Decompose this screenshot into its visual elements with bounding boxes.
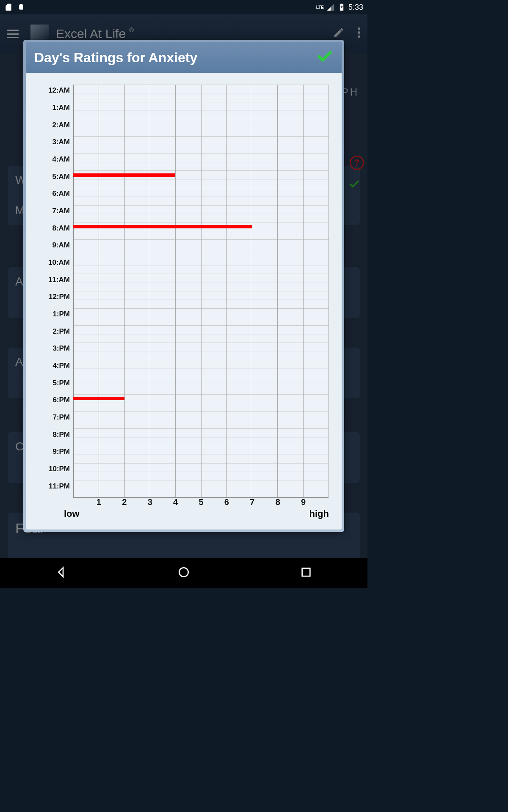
x-tick-label: 6 — [224, 497, 229, 507]
y-tick-label: 5:PM — [39, 379, 70, 387]
x-tick-label: 7 — [250, 497, 254, 507]
help-icon[interactable]: ? — [350, 156, 364, 170]
svg-point-3 — [358, 31, 360, 34]
check-icon[interactable] — [348, 178, 361, 192]
y-tick-label: 10:PM — [39, 465, 70, 473]
x-tick-label: 2 — [122, 497, 127, 507]
x-tick-label: 4 — [173, 497, 178, 507]
system-nav-bar — [0, 558, 367, 588]
x-tick-label: 3 — [148, 497, 152, 507]
x-tick-label: 8 — [276, 497, 280, 507]
y-tick-label: 6:AM — [39, 189, 70, 198]
rating-bar — [73, 225, 252, 228]
clock-text: 5:33 — [348, 3, 363, 12]
edit-icon[interactable] — [333, 27, 345, 41]
plot-area — [73, 85, 329, 497]
x-label-high: high — [309, 508, 329, 519]
android-debug-icon — [17, 3, 25, 11]
svg-point-4 — [358, 35, 360, 38]
app-title: Excel At Life ® — [56, 27, 134, 41]
y-tick-label: 7:AM — [39, 207, 70, 215]
y-tick-label: 6:PM — [39, 396, 70, 404]
hamburger-icon[interactable] — [7, 30, 19, 38]
battery-charging-icon — [337, 3, 346, 11]
y-tick-label: 8:PM — [39, 431, 70, 439]
modal-body: 12:AM1:AM2:AM3:AM4:AM5:AM6:AM7:AM8:AM9:A… — [26, 73, 342, 529]
more-icon[interactable] — [357, 27, 361, 41]
y-tick-label: 9:PM — [39, 447, 70, 456]
y-tick-label: 9:AM — [39, 241, 70, 250]
y-tick-label: 4:PM — [39, 362, 70, 370]
recent-apps-button[interactable] — [299, 565, 313, 581]
y-tick-label: 7:PM — [39, 413, 70, 422]
confirm-button[interactable] — [316, 48, 333, 67]
x-label-low: low — [64, 508, 80, 519]
x-tick-label: 1 — [97, 497, 101, 507]
ratings-modal: Day's Ratings for Anxiety 12:AM1:AM2:AM3… — [23, 40, 344, 532]
y-tick-label: 12:AM — [39, 86, 70, 95]
y-tick-label: 11:PM — [39, 482, 70, 491]
modal-title: Day's Ratings for Anxiety — [34, 50, 197, 66]
sd-card-icon — [4, 3, 13, 11]
y-tick-label: 8:AM — [39, 224, 70, 233]
x-tick-label: 5 — [199, 497, 203, 507]
y-tick-label: 4:AM — [39, 155, 70, 164]
y-tick-label: 3:PM — [39, 344, 70, 353]
x-axis: 123456789 — [73, 497, 329, 508]
status-bar: LTE 5:33 — [0, 0, 367, 14]
y-tick-label: 3:AM — [39, 138, 70, 146]
back-button[interactable] — [55, 565, 68, 581]
y-tick-label: 10:AM — [39, 258, 70, 267]
y-tick-label: 1:PM — [39, 310, 70, 318]
svg-point-2 — [358, 27, 360, 30]
modal-header: Day's Ratings for Anxiety — [26, 42, 342, 73]
rating-bar — [73, 397, 124, 400]
lte-indicator: LTE — [316, 5, 324, 10]
y-tick-label: 2:AM — [39, 121, 70, 129]
y-tick-label: 11:AM — [39, 276, 70, 284]
y-tick-label: 1:AM — [39, 104, 70, 112]
signal-icon — [326, 3, 335, 11]
home-button[interactable] — [177, 565, 190, 581]
x-tick-label: 9 — [301, 497, 306, 507]
y-tick-label: 5:AM — [39, 173, 70, 181]
rating-bar — [73, 173, 175, 177]
y-tick-label: 2:PM — [39, 327, 70, 336]
ratings-chart: 12:AM1:AM2:AM3:AM4:AM5:AM6:AM7:AM8:AM9:A… — [39, 85, 329, 521]
y-tick-label: 12:PM — [39, 293, 70, 301]
y-axis: 12:AM1:AM2:AM3:AM4:AM5:AM6:AM7:AM8:AM9:A… — [39, 85, 72, 497]
svg-point-5 — [179, 568, 188, 576]
svg-rect-6 — [302, 568, 310, 576]
